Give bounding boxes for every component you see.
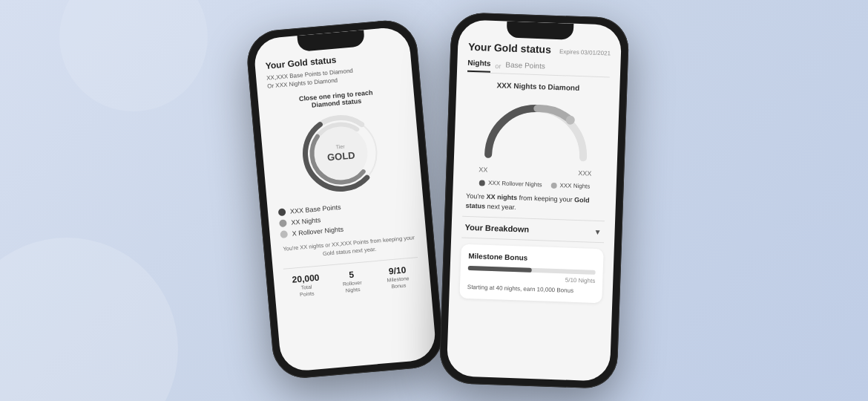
bottom-stat-milestone-label: MilestoneBonus	[376, 274, 420, 291]
progress-bar-fill	[468, 266, 532, 273]
notch-right	[507, 22, 574, 40]
legend-nights: XXX Nights	[550, 182, 590, 190]
nights-count: XXX Nights to Diamond	[496, 81, 579, 92]
phone-right-screen: Your Gold status Expires 03/01/2021 Nigh…	[447, 19, 622, 381]
stat-dot-rollover	[280, 231, 288, 239]
gauge-svg	[476, 94, 597, 166]
legend-row: XXX Rollover Nights XXX Nights	[464, 179, 606, 191]
phone-right: Your Gold status Expires 03/01/2021 Nigh…	[438, 12, 629, 389]
bottom-stat-points-label: TotalPoints	[285, 282, 329, 299]
stat-label-nights: XX Nights	[291, 217, 321, 226]
stat-dot-base-points	[278, 209, 286, 217]
stat-dot-nights	[279, 220, 287, 228]
right-content: Your Gold status Expires 03/01/2021 Nigh…	[447, 19, 622, 381]
legend-dot-nights	[550, 182, 556, 188]
gauge-container	[464, 94, 609, 166]
bg-decoration-1	[0, 238, 178, 401]
milestone-card: Milestone Bonus 5/10 Nights Starting at …	[459, 244, 603, 304]
left-footer-text: You're XX nights or XX,XXX Points from k…	[281, 234, 417, 261]
stat-label-base-points: XXX Base Points	[290, 203, 341, 215]
bottom-stat-rollover: 5 RolloverNights	[329, 268, 375, 296]
status-gold-bold: Gold status	[466, 196, 590, 209]
bottom-stat-points: 20,000 TotalPoints	[284, 272, 329, 299]
gauge-min: XX	[479, 166, 487, 173]
milestone-title: Milestone Bonus	[468, 252, 596, 264]
tab-or: or	[495, 62, 501, 70]
breakdown-row[interactable]: Your Breakdown ▼	[461, 216, 605, 244]
nights-to-diamond: XXX Nights to Diamond	[467, 80, 609, 94]
left-stats: XXX Base Points XX Nights X Rollover Nig…	[278, 198, 415, 239]
status-nights-bold: XX nights	[486, 193, 517, 201]
bottom-stat-milestone: 9/10 MilestoneBonus	[375, 264, 421, 291]
gauge-labels: XX XXX	[464, 166, 606, 178]
progress-text: 5/10 Nights	[467, 273, 595, 284]
phone-left-screen: Your Gold status XX,XXX Base Points to D…	[253, 26, 437, 373]
legend-dot-rollover	[479, 180, 485, 186]
bottom-stat-rollover-label: RolloverNights	[331, 278, 375, 296]
stat-label-rollover: X Rollover Nights	[292, 226, 343, 238]
breakdown-label: Your Breakdown	[464, 223, 529, 234]
gauge-max: XXX	[578, 169, 591, 177]
phone-left: Your Gold status XX,XXX Base Points to D…	[245, 18, 445, 380]
tab-base-points[interactable]: Base Points	[505, 61, 545, 74]
right-expires: Expires 03/01/2021	[559, 48, 611, 56]
milestone-description: Starting at 40 nights, earn 10,000 Bonus	[467, 283, 595, 296]
chevron-down-icon: ▼	[594, 228, 601, 236]
right-phone-title: Your Gold status	[468, 41, 551, 56]
legend-label-rollover: XXX Rollover Nights	[488, 180, 542, 189]
ring-container: Tier GOLD	[270, 107, 412, 200]
left-content: Your Gold status XX,XXX Base Points to D…	[253, 26, 437, 373]
tab-nights[interactable]: Nights	[467, 59, 491, 73]
status-message: You're XX nights from keeping your Gold …	[462, 192, 605, 215]
phones-container: Your Gold status XX,XXX Base Points to D…	[245, 15, 623, 386]
left-bottom-bar: 20,000 TotalPoints 5 RolloverNights 9/10…	[283, 257, 421, 299]
bg-decoration-2	[59, 0, 208, 111]
tabs-row: Nights or Base Points	[467, 59, 611, 78]
tier-label: Tier GOLD	[326, 143, 356, 164]
legend-rollover: XXX Rollover Nights	[479, 179, 542, 188]
right-header-row: Your Gold status Expires 03/01/2021	[468, 41, 611, 58]
tier-name: GOLD	[327, 150, 356, 163]
legend-label-nights: XXX Nights	[559, 182, 590, 189]
